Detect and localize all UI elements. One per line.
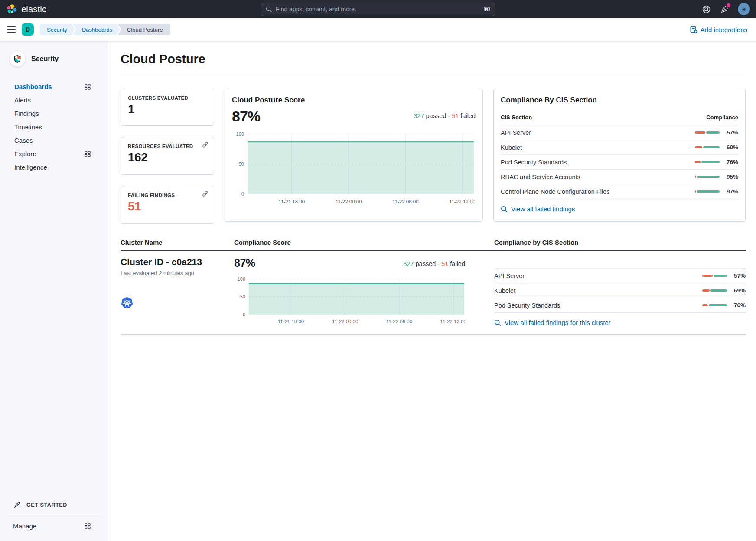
cis-section-name: Kubelet [501, 144, 522, 151]
clusters-table-header: Cluster Name Compliance Score Compliance… [121, 239, 746, 251]
svg-text:0: 0 [241, 191, 244, 197]
compliance-bar [702, 289, 727, 292]
compliance-percent: 69% [731, 287, 746, 294]
resources-evaluated-card: RESOURCES EVALUATED 162 [121, 137, 214, 175]
search-shortcut-hint: ⌘/ [484, 6, 490, 12]
cloud-posture-score-panel: Cloud Posture Score 87% 327 passed - 51 … [225, 89, 483, 222]
breadcrumb-security[interactable]: Security [40, 24, 75, 35]
stat-value: 51 [128, 200, 207, 213]
page-title: Cloud Posture [121, 52, 746, 66]
posture-score-chart: 05010011-21 18:0011-22 00:0011-22 06:001… [232, 130, 476, 208]
svg-text:11-22 06:00: 11-22 06:00 [392, 199, 419, 204]
sidebar-item-label: Alerts [14, 96, 31, 104]
svg-text:11-22 12:00: 11-22 12:00 [440, 319, 465, 324]
search-icon [494, 319, 501, 326]
failing-findings-link-icon[interactable] [202, 190, 209, 199]
view-failed-findings-cluster-label: View all failed findings for this cluste… [505, 319, 611, 326]
stat-value: 162 [128, 151, 207, 164]
breadcrumb-dashboards[interactable]: Dashboards [72, 24, 120, 35]
help-button[interactable] [701, 4, 711, 14]
get-started-label: GET STARTED [26, 502, 67, 508]
cis-compliance-value: 69% [695, 144, 738, 151]
compliance-column-header: Compliance [706, 114, 738, 121]
cluster-name-cell: Cluster ID - c0a213 Last evaluated 2 min… [121, 257, 234, 328]
compliance-by-cis-column-header: Compliance by CIS Section [494, 239, 746, 246]
breadcrumb-cloud-posture: Cloud Posture [117, 24, 170, 35]
cis-section-row: Kubelet69% [501, 140, 738, 155]
add-integrations-button[interactable]: Add integrations [690, 26, 747, 33]
elastic-home-link[interactable]: elastic [6, 3, 114, 15]
compliance-percent: 76% [731, 302, 746, 308]
cis-compliance-value: 76% [702, 302, 746, 308]
sidebar-item-label: Timelines [14, 123, 42, 131]
breadcrumb: Security Dashboards Cloud Posture [40, 24, 168, 35]
sidebar-item-cases[interactable]: Cases [0, 134, 108, 147]
search-icon [266, 6, 272, 13]
sidebar-item-intelligence[interactable]: Intelligence [0, 161, 108, 174]
stats-column: CLUSTERS EVALUATED 1 RESOURCES EVALUATED… [121, 89, 214, 224]
resources-link-icon[interactable] [202, 141, 209, 150]
cluster-score-chart: 05010011-21 18:0011-22 00:0011-22 06:001… [234, 275, 465, 328]
main-content: Cloud Posture CLUSTERS EVALUATED 1 [108, 41, 756, 541]
cis-section-name: Pod Security Standards [501, 159, 567, 166]
compliance-percent: 76% [723, 159, 738, 165]
cis-section-name: Kubelet [494, 287, 515, 294]
sidebar-title: Security [31, 55, 59, 63]
search-input[interactable] [276, 6, 480, 13]
sidebar-item-label: Intelligence [14, 164, 47, 171]
cluster-id[interactable]: Cluster ID - c0a213 [121, 257, 234, 267]
compliance-bar [695, 131, 720, 134]
news-feed-button[interactable] [720, 4, 729, 14]
cis-section-row: API Server57% [501, 125, 738, 140]
cis-rows: API Server57%Kubelet69%Pod Security Stan… [494, 268, 746, 313]
manage-label: Manage [13, 522, 36, 530]
brand-name: elastic [21, 4, 46, 14]
user-avatar[interactable]: e [738, 3, 750, 15]
sidebar-nav: DashboardsAlertsFindingsTimelinesCasesEx… [0, 80, 108, 174]
compliance-bar [695, 146, 720, 148]
sidebar-divider [7, 515, 101, 515]
sidebar-item-label: Explore [14, 150, 36, 157]
sidebar-item-explore[interactable]: Explore [0, 147, 108, 161]
stat-label: RESOURCES EVALUATED [128, 144, 207, 149]
kubernetes-icon [121, 296, 234, 311]
view-failed-findings-cluster-link[interactable]: View all failed findings for this cluste… [494, 319, 746, 326]
cluster-row: Cluster ID - c0a213 Last evaluated 2 min… [121, 251, 746, 335]
space-switcher[interactable]: D [22, 23, 34, 36]
security-shield-icon [13, 55, 22, 63]
posture-score-value: 87% [232, 109, 260, 124]
global-search[interactable]: ⌘/ [261, 3, 495, 16]
view-all-failed-findings-link[interactable]: View all failed findings [501, 205, 738, 213]
cis-section-name: Pod Security Standards [494, 302, 560, 309]
svg-text:11-22 06:00: 11-22 06:00 [386, 319, 413, 324]
sidebar-item-timelines[interactable]: Timelines [0, 120, 108, 134]
cis-section-name: Control Plane Node Configuration Files [501, 188, 609, 195]
sidebar-item-findings[interactable]: Findings [0, 107, 108, 120]
svg-text:100: 100 [236, 131, 244, 137]
notification-dot [727, 3, 730, 7]
menu-toggle-button[interactable] [7, 26, 16, 33]
svg-text:11-21 18:00: 11-21 18:00 [278, 319, 304, 324]
cis-section-row: Kubelet69% [494, 283, 746, 298]
compliance-bar [695, 190, 720, 193]
sidebar-item-manage[interactable]: Manage [0, 519, 108, 533]
failing-findings-card: FAILING FINDINGS 51 [121, 186, 214, 224]
svg-text:11-22 00:00: 11-22 00:00 [336, 199, 362, 204]
cis-rows: API Server57%Kubelet69%Pod Security Stan… [501, 125, 738, 199]
cis-table-header: CIS Section Compliance [501, 114, 738, 125]
sidebar-item-alerts[interactable]: Alerts [0, 93, 108, 107]
security-app-logo [10, 51, 25, 67]
clusters-table: Cluster Name Compliance Score Compliance… [121, 239, 746, 335]
cis-section-row: RBAC and Service Accounts95% [501, 170, 738, 184]
cis-section-row: Pod Security Standards76% [501, 155, 738, 170]
search-icon [501, 206, 508, 213]
sidebar-item-get-started[interactable]: GET STARTED [0, 496, 108, 515]
title-divider [121, 76, 746, 76]
sidebar-item-dashboards[interactable]: Dashboards [0, 80, 108, 93]
compliance-by-cis-cell: API Server57%Kubelet69%Pod Security Stan… [494, 257, 746, 328]
compliance-by-cis-panel: Compliance By CIS Section CIS Section Co… [493, 89, 746, 222]
svg-text:100: 100 [238, 276, 245, 282]
global-header: elastic ⌘/ [0, 0, 756, 18]
sidebar-item-label: Dashboards [14, 83, 52, 90]
compliance-percent: 57% [723, 129, 738, 136]
